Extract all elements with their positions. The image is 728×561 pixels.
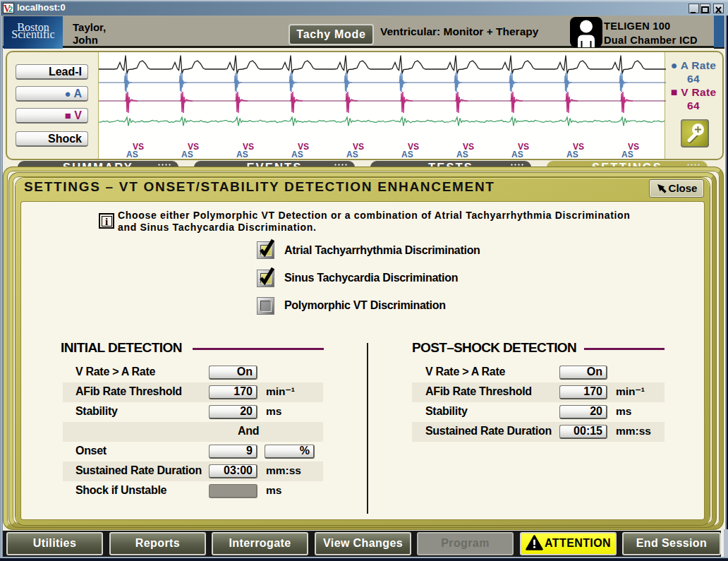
svg-text:AS: AS <box>566 150 578 159</box>
svg-text:AS: AS <box>456 150 468 159</box>
svg-text:AS: AS <box>621 150 633 159</box>
svg-text:AS: AS <box>511 150 523 159</box>
svg-text:AS: AS <box>401 150 413 159</box>
svg-text:AS: AS <box>291 150 303 159</box>
svg-text:AS: AS <box>236 150 248 159</box>
svg-text:AS: AS <box>181 150 193 159</box>
svg-text:AS: AS <box>346 150 358 159</box>
svg-text:2: 2 <box>8 5 13 13</box>
svg-text:AS: AS <box>126 150 138 159</box>
